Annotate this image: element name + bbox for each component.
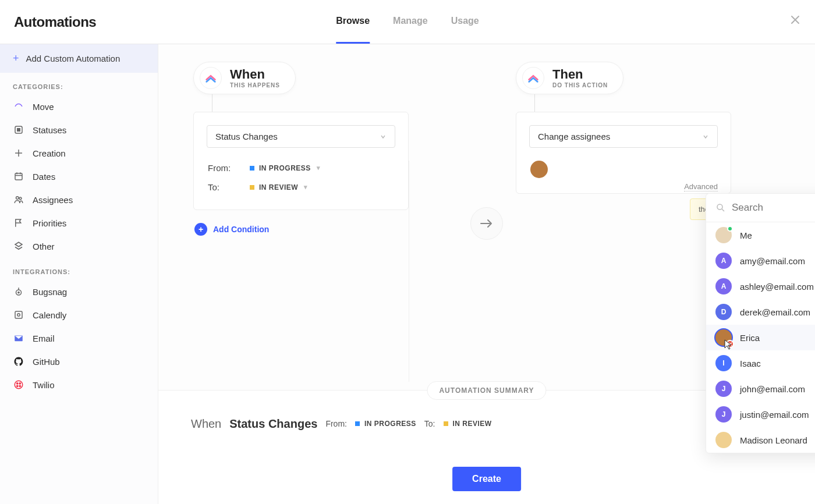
svg-point-14 [19, 385, 20, 386]
clickup-logo-icon [522, 67, 544, 89]
svg-point-10 [15, 381, 23, 389]
svg-point-8 [17, 314, 20, 317]
avatar: ✕ [715, 329, 732, 346]
assignee-option-derek[interactable]: D derek@email.com [706, 299, 815, 325]
avatar: D [715, 304, 732, 320]
avatar[interactable] [530, 161, 548, 178]
create-button[interactable]: Create [452, 467, 521, 491]
when-title: When [230, 68, 280, 81]
from-label: From: [208, 163, 238, 173]
assignee-search-row [706, 194, 815, 222]
svg-point-4 [19, 197, 22, 200]
then-subtitle: DO THIS ACTION [552, 82, 608, 88]
bugsnag-icon [13, 286, 24, 297]
integrations-heading: INTEGRATIONS: [0, 258, 158, 280]
assignee-option-amy[interactable]: A amy@email.com [706, 248, 815, 274]
when-card: Status Changes From: IN PROGRESS ▾ To: [193, 112, 409, 210]
summary-when: When [191, 417, 221, 431]
dates-icon [13, 171, 24, 182]
add-custom-automation-button[interactable]: + Add Custom Automation [0, 44, 158, 73]
trigger-select[interactable]: Status Changes [207, 125, 395, 148]
presence-dot-icon [727, 226, 733, 232]
sidebar-item-dates[interactable]: Dates [0, 165, 158, 188]
assignee-option-justin[interactable]: J justin@email.com [706, 402, 815, 427]
tab-manage[interactable]: Manage [393, 0, 428, 44]
header: Automations Browse Manage Usage [0, 0, 815, 44]
action-select[interactable]: Change assignees [529, 125, 718, 148]
to-status-chip[interactable]: IN REVIEW ▾ [250, 183, 308, 191]
sidebar-item-bugsnag[interactable]: Bugsnag [0, 280, 158, 303]
trigger-value: Status Changes [215, 132, 278, 141]
tabs: Browse Manage Usage [336, 0, 479, 44]
search-icon [715, 203, 726, 213]
twilio-icon [13, 379, 24, 391]
assignee-name: amy@email.com [740, 256, 815, 266]
sidebar-item-creation[interactable]: Creation [0, 141, 158, 165]
sidebar-item-label: Priorities [33, 218, 66, 228]
assignee-name: justin@email.com [740, 410, 815, 420]
categories-heading: CATEGORIES: [0, 73, 158, 95]
assignee-option-me[interactable]: Me [706, 222, 815, 248]
sidebar-item-twilio[interactable]: Twilio [0, 373, 158, 396]
connector-stem [212, 94, 212, 112]
from-status-chip[interactable]: IN PROGRESS ▾ [250, 164, 320, 172]
when-subtitle: THIS HAPPENS [230, 82, 280, 88]
sidebar-item-label: Move [33, 102, 54, 112]
to-label: To: [208, 182, 238, 192]
add-condition-label: Add Condition [213, 225, 269, 234]
summary-trigger: Status Changes [229, 417, 317, 431]
avatar: J [715, 381, 732, 397]
assignee-name: Madison Leonard [740, 435, 815, 445]
sidebar-item-calendly[interactable]: Calendly [0, 303, 158, 326]
svg-rect-1 [17, 129, 20, 132]
status-dot-icon [444, 421, 448, 426]
summary-to-label: To: [424, 419, 435, 428]
to-row: To: IN REVIEW ▾ [207, 178, 395, 197]
avatar: J [715, 406, 732, 423]
tab-usage[interactable]: Usage [451, 0, 479, 44]
add-condition-button[interactable]: + Add Condition [194, 223, 458, 236]
sidebar-item-priorities[interactable]: Priorities [0, 211, 158, 235]
page-title: Automations [0, 14, 96, 30]
sidebar: + Add Custom Automation CATEGORIES: Move… [0, 44, 158, 504]
move-icon [13, 101, 24, 112]
chevron-down-icon [702, 133, 709, 140]
assignee-option-madison[interactable]: Madison Leonard [706, 427, 815, 453]
sidebar-item-github[interactable]: GitHub [0, 350, 158, 373]
sidebar-item-label: Dates [33, 172, 55, 182]
svg-rect-2 [15, 173, 22, 180]
sidebar-item-statuses[interactable]: Statuses [0, 118, 158, 141]
sidebar-item-label: Other [33, 242, 55, 251]
summary-label: AUTOMATION SUMMARY [427, 381, 546, 400]
connector-stem [534, 94, 535, 112]
chevron-down-icon: ▾ [317, 164, 321, 172]
avatar: I [715, 355, 732, 371]
assignee-search-input[interactable] [732, 202, 815, 214]
assignee-option-erica[interactable]: ✕ Erica Profile [706, 325, 815, 350]
sidebar-item-other[interactable]: Other [0, 235, 158, 258]
plus-circle-icon: + [194, 223, 207, 236]
tab-browse[interactable]: Browse [336, 0, 370, 44]
priorities-icon [13, 217, 24, 229]
sidebar-item-email[interactable]: Email [0, 326, 158, 350]
sidebar-item-label: Assignees [33, 195, 73, 205]
status-dot-icon [355, 421, 360, 426]
statuses-icon [13, 124, 24, 136]
assignee-option-john[interactable]: J john@email.com [706, 376, 815, 402]
avatar: A [715, 278, 732, 294]
close-icon[interactable] [789, 14, 801, 26]
sidebar-item-assignees[interactable]: Assignees [0, 188, 158, 211]
clickup-logo-icon [200, 67, 222, 89]
avatar [715, 227, 732, 243]
sidebar-item-move[interactable]: Move [0, 95, 158, 118]
assignee-option-ashley[interactable]: A ashley@email.com [706, 274, 815, 299]
assignee-list: Me A amy@email.com A ashley@email.com D … [706, 222, 815, 453]
chevron-down-icon: ▾ [304, 183, 308, 191]
advanced-link[interactable]: Advanced [684, 182, 718, 191]
status-dot-icon [250, 185, 254, 190]
assignee-option-isaac[interactable]: I Isaac [706, 350, 815, 376]
action-value: Change assignees [538, 132, 610, 141]
avatar [715, 432, 732, 448]
creation-icon [13, 147, 24, 159]
when-header: When THIS HAPPENS [193, 62, 296, 94]
